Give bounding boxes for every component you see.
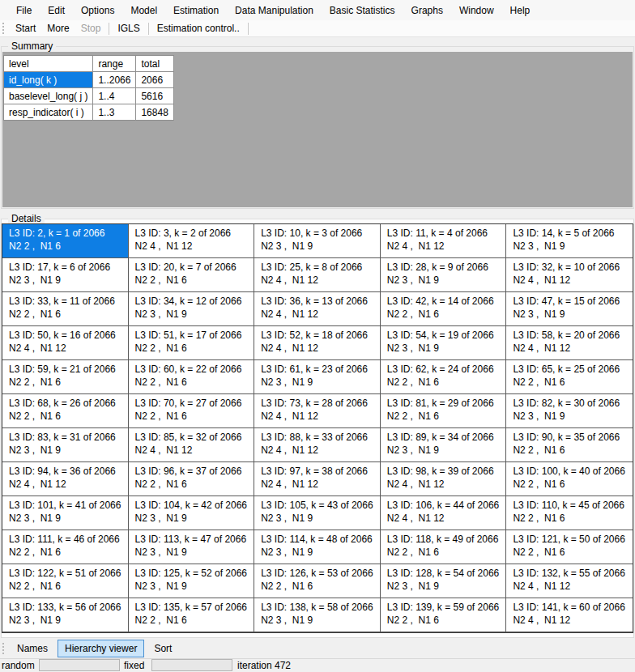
hierarchy-cell[interactable]: L3 ID: 3, k = 2 of 2066N2 4 , N1 12 — [129, 224, 255, 258]
hierarchy-cell[interactable]: L3 ID: 73, k = 28 of 2066N2 4 , N1 12 — [254, 394, 381, 428]
tabbar-grip-handle[interactable] — [2, 643, 6, 654]
hierarchy-cell[interactable]: L3 ID: 114, k = 48 of 2066N2 3 , N1 9 — [254, 530, 381, 564]
hierarchy-cell[interactable]: L3 ID: 50, k = 16 of 2066N2 4 , N1 12 — [2, 326, 129, 360]
hierarchy-cell[interactable]: L3 ID: 33, k = 11 of 2066N2 2 , N1 6 — [2, 292, 129, 326]
hierarchy-cell[interactable]: L3 ID: 11, k = 4 of 2066N2 4 , N1 12 — [381, 224, 507, 258]
menu-item-estimation[interactable]: Estimation — [165, 2, 227, 19]
hierarchy-cell-counts-line: N2 3 , N1 9 — [387, 444, 505, 457]
hierarchy-cell-counts-line: N2 4 , N1 12 — [513, 342, 631, 355]
hierarchy-cell[interactable]: L3 ID: 100, k = 40 of 2066N2 2 , N1 6 — [506, 462, 633, 496]
hierarchy-cell[interactable]: L3 ID: 42, k = 14 of 2066N2 2 , N1 6 — [381, 292, 507, 326]
hierarchy-cell[interactable]: L3 ID: 110, k = 45 of 2066N2 2 , N1 6 — [506, 496, 633, 530]
hierarchy-cell[interactable]: L3 ID: 51, k = 17 of 2066N2 2 , N1 6 — [129, 326, 255, 360]
hierarchy-cell[interactable]: L3 ID: 90, k = 35 of 2066N2 2 , N1 6 — [506, 428, 633, 462]
hierarchy-cell-id-line: L3 ID: 11, k = 4 of 2066 — [387, 227, 505, 240]
hierarchy-cell[interactable]: L3 ID: 52, k = 18 of 2066N2 4 , N1 12 — [254, 326, 381, 360]
hierarchy-cell[interactable]: L3 ID: 122, k = 51 of 2066N2 2 , N1 6 — [2, 564, 129, 598]
hierarchy-cell[interactable]: L3 ID: 81, k = 29 of 2066N2 2 , N1 6 — [381, 394, 507, 428]
hierarchy-cell[interactable]: L3 ID: 106, k = 44 of 2066N2 4 , N1 12 — [381, 496, 507, 530]
hierarchy-cell-id-line: L3 ID: 125, k = 52 of 2066 — [135, 567, 253, 580]
hierarchy-cell[interactable]: L3 ID: 70, k = 27 of 2066N2 2 , N1 6 — [129, 394, 255, 428]
hierarchy-cell-id-line: L3 ID: 104, k = 42 of 2066 — [135, 499, 253, 512]
hierarchy-cell[interactable]: L3 ID: 36, k = 13 of 2066N2 4 , N1 12 — [254, 292, 381, 326]
summary-total-cell: 5616 — [136, 88, 173, 104]
hierarchy-cell-id-line: L3 ID: 52, k = 18 of 2066 — [261, 329, 378, 342]
menu-item-file[interactable]: File — [8, 2, 40, 19]
hierarchy-cell[interactable]: L3 ID: 17, k = 6 of 2066N2 3 , N1 9 — [2, 258, 129, 292]
hierarchy-cell[interactable]: L3 ID: 54, k = 19 of 2066N2 3 , N1 9 — [381, 326, 507, 360]
hierarchy-cell[interactable]: L3 ID: 89, k = 34 of 2066N2 3 , N1 9 — [381, 428, 507, 462]
toolbar-separator — [148, 23, 149, 35]
hierarchy-cell[interactable]: L3 ID: 59, k = 21 of 2066N2 2 , N1 6 — [2, 360, 129, 394]
hierarchy-cell-id-line: L3 ID: 65, k = 25 of 2066 — [513, 363, 631, 376]
summary-level-cell[interactable]: baselevel_long( j ) — [4, 88, 93, 104]
hierarchy-cell[interactable]: L3 ID: 104, k = 42 of 2066N2 3 , N1 9 — [129, 496, 255, 530]
menu-item-basic-statistics[interactable]: Basic Statistics — [322, 2, 403, 19]
hierarchy-cell[interactable]: L3 ID: 25, k = 8 of 2066N2 4 , N1 12 — [254, 258, 381, 292]
hierarchy-cell[interactable]: L3 ID: 118, k = 49 of 2066N2 2 , N1 6 — [381, 530, 507, 564]
hierarchy-cell[interactable]: L3 ID: 105, k = 43 of 2066N2 3 , N1 9 — [254, 496, 381, 530]
random-progress-bar — [39, 659, 120, 671]
hierarchy-cell-counts-line: N2 3 , N1 9 — [261, 240, 378, 253]
hierarchy-cell[interactable]: L3 ID: 96, k = 37 of 2066N2 2 , N1 6 — [129, 462, 255, 496]
hierarchy-cell-counts-line: N2 4 , N1 12 — [9, 478, 126, 491]
hierarchy-cell[interactable]: L3 ID: 141, k = 60 of 2066N2 4 , N1 12 — [506, 598, 633, 632]
summary-level-cell[interactable]: resp_indicator( i ) — [4, 104, 93, 121]
hierarchy-cell[interactable]: L3 ID: 47, k = 15 of 2066N2 3 , N1 9 — [506, 292, 633, 326]
hierarchy-cell[interactable]: L3 ID: 125, k = 52 of 2066N2 3 , N1 9 — [129, 564, 255, 598]
menu-item-model[interactable]: Model — [122, 2, 165, 19]
tab-sort[interactable]: Sort — [147, 640, 179, 657]
hierarchy-cell[interactable]: L3 ID: 28, k = 9 of 2066N2 3 , N1 9 — [381, 258, 507, 292]
hierarchy-cell[interactable]: L3 ID: 113, k = 47 of 2066N2 3 , N1 9 — [129, 530, 255, 564]
hierarchy-cell[interactable]: L3 ID: 68, k = 26 of 2066N2 2 , N1 6 — [2, 394, 129, 428]
hierarchy-cell-id-line: L3 ID: 50, k = 16 of 2066 — [9, 329, 126, 342]
hierarchy-cell[interactable]: L3 ID: 10, k = 3 of 2066N2 3 , N1 9 — [254, 224, 381, 258]
toolbar-button-igls[interactable]: IGLS — [112, 21, 145, 36]
hierarchy-cell[interactable]: L3 ID: 132, k = 55 of 2066N2 4 , N1 12 — [506, 564, 633, 598]
hierarchy-cell[interactable]: L3 ID: 135, k = 57 of 2066N2 2 , N1 6 — [129, 598, 255, 632]
hierarchy-cell[interactable]: L3 ID: 88, k = 33 of 2066N2 4 , N1 12 — [254, 428, 381, 462]
tab-names[interactable]: Names — [10, 640, 55, 657]
hierarchy-cell[interactable]: L3 ID: 32, k = 10 of 2066N2 4 , N1 12 — [506, 258, 633, 292]
hierarchy-cell[interactable]: L3 ID: 101, k = 41 of 2066N2 3 , N1 9 — [2, 496, 129, 530]
hierarchy-cell[interactable]: L3 ID: 94, k = 36 of 2066N2 4 , N1 12 — [2, 462, 129, 496]
hierarchy-cell[interactable]: L3 ID: 82, k = 30 of 2066N2 3 , N1 9 — [506, 394, 633, 428]
hierarchy-cell-counts-line: N2 2 , N1 6 — [135, 274, 253, 287]
hierarchy-cell[interactable]: L3 ID: 2, k = 1 of 2066N2 2 , N1 6 — [2, 224, 129, 258]
hierarchy-cell-id-line: L3 ID: 60, k = 22 of 2066 — [135, 363, 253, 376]
hierarchy-cell[interactable]: L3 ID: 20, k = 7 of 2066N2 2 , N1 6 — [129, 258, 255, 292]
hierarchy-cell[interactable]: L3 ID: 65, k = 25 of 2066N2 2 , N1 6 — [506, 360, 633, 394]
hierarchy-cell[interactable]: L3 ID: 139, k = 59 of 2066N2 2 , N1 6 — [381, 598, 507, 632]
hierarchy-cell[interactable]: L3 ID: 138, k = 58 of 2066N2 3 , N1 9 — [254, 598, 381, 632]
hierarchy-cell[interactable]: L3 ID: 111, k = 46 of 2066N2 2 , N1 6 — [2, 530, 129, 564]
hierarchy-cell[interactable]: L3 ID: 121, k = 50 of 2066N2 2 , N1 6 — [506, 530, 633, 564]
hierarchy-cell[interactable]: L3 ID: 14, k = 5 of 2066N2 3 , N1 9 — [506, 224, 633, 258]
menu-item-edit[interactable]: Edit — [40, 2, 73, 19]
toolbar-button-start[interactable]: Start — [10, 21, 41, 36]
menu-item-window[interactable]: Window — [451, 2, 502, 19]
hierarchy-cell[interactable]: L3 ID: 133, k = 56 of 2066N2 3 , N1 9 — [2, 598, 129, 632]
toolbar-grip-handle[interactable] — [2, 23, 6, 34]
summary-level-cell[interactable]: id_long( k ) — [4, 72, 93, 88]
menu-item-graphs[interactable]: Graphs — [403, 2, 451, 19]
menu-item-help[interactable]: Help — [502, 2, 539, 19]
menu-item-data-manipulation[interactable]: Data Manipulation — [227, 2, 322, 19]
hierarchy-cell[interactable]: L3 ID: 126, k = 53 of 2066N2 2 , N1 6 — [254, 564, 381, 598]
menu-item-options[interactable]: Options — [73, 2, 122, 19]
hierarchy-cell[interactable]: L3 ID: 97, k = 38 of 2066N2 4 , N1 12 — [254, 462, 381, 496]
hierarchy-cell[interactable]: L3 ID: 62, k = 24 of 2066N2 2 , N1 6 — [381, 360, 507, 394]
hierarchy-cell[interactable]: L3 ID: 34, k = 12 of 2066N2 3 , N1 9 — [129, 292, 255, 326]
hierarchy-cell-counts-line: N2 2 , N1 6 — [135, 342, 253, 355]
toolbar-button-more[interactable]: More — [41, 21, 75, 36]
tab-hierarchy-viewer[interactable]: Hierarchy viewer — [58, 640, 144, 657]
hierarchy-cell[interactable]: L3 ID: 61, k = 23 of 2066N2 3 , N1 9 — [254, 360, 381, 394]
hierarchy-cell[interactable]: L3 ID: 58, k = 20 of 2066N2 4 , N1 12 — [506, 326, 633, 360]
toolbar-button-estimation-control[interactable]: Estimation control.. — [151, 21, 245, 36]
hierarchy-cell[interactable]: L3 ID: 83, k = 31 of 2066N2 3 , N1 9 — [2, 428, 129, 462]
summary-total-cell: 16848 — [136, 104, 173, 121]
toolbar-separator — [248, 23, 249, 35]
hierarchy-cell[interactable]: L3 ID: 60, k = 22 of 2066N2 2 , N1 6 — [129, 360, 255, 394]
hierarchy-cell[interactable]: L3 ID: 128, k = 54 of 2066N2 3 , N1 9 — [381, 564, 507, 598]
hierarchy-cell[interactable]: L3 ID: 98, k = 39 of 2066N2 4 , N1 12 — [381, 462, 507, 496]
hierarchy-cell[interactable]: L3 ID: 85, k = 32 of 2066N2 4 , N1 12 — [129, 428, 255, 462]
